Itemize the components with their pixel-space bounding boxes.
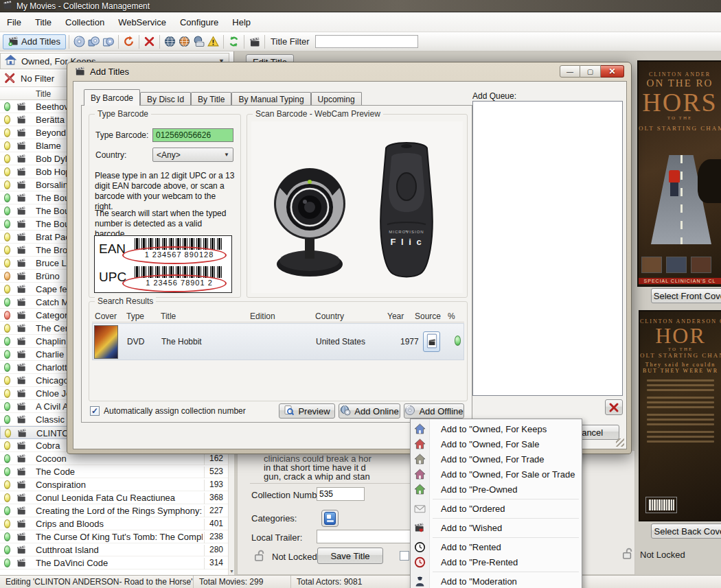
add-offline-button[interactable]: Add Offline	[404, 403, 464, 419]
tab-upcoming[interactable]: Upcoming	[311, 92, 362, 106]
webcam-preview-image: ⌁ MICROVISION F l i c	[251, 121, 463, 293]
clapper-icon	[16, 167, 26, 178]
minimize-button[interactable]: —	[560, 65, 580, 78]
sync-green-icon[interactable]	[227, 35, 240, 48]
tab-by-barcode[interactable]: By Barcode	[84, 89, 140, 106]
title-list-row[interactable]: The Code523	[0, 465, 228, 478]
add-queue-listbox[interactable]	[472, 101, 623, 396]
menu-item-house-pre-owned[interactable]: Add to "Pre-Owned	[411, 482, 582, 497]
web-dark-icon[interactable]	[163, 35, 176, 48]
column-header-type[interactable]: Type	[126, 311, 144, 321]
window-titlebar[interactable]: My Movies - Collection Management	[0, 0, 721, 12]
menu-item-house-sale[interactable]: Add to "Owned, For Sale	[411, 436, 582, 451]
menu-item-label: Add to "Wished	[441, 523, 502, 533]
house-sale-icon	[414, 438, 426, 450]
disc-save-icon[interactable]	[87, 35, 100, 48]
result-row[interactable]: DVD The Hobbit United States 1977	[92, 323, 464, 360]
title-list-row[interactable]: Crips and Bloods401	[0, 517, 228, 530]
title-list-row[interactable]: Cutthroat Island280	[0, 543, 228, 556]
column-header-country[interactable]: Country	[315, 311, 344, 321]
status-indicator	[4, 467, 10, 476]
maximize-button[interactable]: ▢	[580, 65, 601, 78]
edit-clapper-icon[interactable]	[248, 35, 261, 48]
select-back-cover-button[interactable]: Select Back Cover	[651, 524, 721, 539]
filter-label: No Filter	[21, 73, 54, 84]
add-titles-button[interactable]: Add Titles	[3, 34, 66, 49]
title-list-row[interactable]: The DaVinci Code314	[0, 556, 228, 569]
checkbox-checked-icon[interactable]: ✓	[90, 406, 100, 416]
disc-online-icon[interactable]	[73, 35, 86, 48]
status-indicator	[4, 493, 10, 502]
collection-number-input[interactable]	[317, 487, 365, 501]
tab-by-title[interactable]: By Title	[191, 92, 231, 106]
save-title-button[interactable]: Save Title	[317, 548, 383, 564]
group-label: Type Barcode	[95, 109, 151, 119]
menu-item-person[interactable]: Add to "Moderation	[411, 574, 582, 588]
collection-number-cell: 193	[204, 480, 225, 491]
column-header-edition[interactable]: Edition	[250, 311, 275, 321]
title-filter-input[interactable]	[315, 35, 418, 48]
barcode-input[interactable]	[152, 128, 233, 142]
column-header-title[interactable]: Title	[161, 311, 176, 321]
dialog-clapper-icon	[75, 66, 85, 78]
not-locked-label: Not Locked	[640, 550, 685, 560]
auto-assign-checkbox-row[interactable]: ✓ Automatically assign collection number	[90, 406, 246, 416]
menu-file[interactable]: File	[0, 14, 28, 30]
resize-grip[interactable]	[616, 438, 624, 447]
warning-icon[interactable]	[207, 35, 220, 48]
tab-by-manual-typing[interactable]: By Manual Typing	[231, 92, 310, 106]
menu-webservice[interactable]: WebService	[111, 14, 173, 30]
tab-by-disc-id[interactable]: By Disc Id	[140, 92, 191, 106]
collection-number-cell: 314	[204, 558, 225, 569]
back-cover-image[interactable]: CLINTON ANDERSON ON HOR TO THE OLT START…	[639, 310, 721, 521]
web-print-icon[interactable]	[192, 35, 205, 48]
add-online-label: Add Online	[354, 406, 398, 416]
result-year: 1977	[400, 337, 419, 346]
clapper-icon	[16, 414, 26, 426]
disc-box-icon[interactable]	[102, 35, 115, 48]
delete-x-icon[interactable]	[143, 35, 156, 48]
title-list-row[interactable]: The Curse Of King Tut's Tomb: The Comple…	[0, 530, 228, 543]
status-segment: Total Actors: 9081	[291, 576, 412, 588]
results-header-row[interactable]: CoverTypeTitleEditionCountryYearSource%	[92, 310, 464, 322]
menu-item-envelope[interactable]: Add to "Ordered	[411, 501, 582, 516]
front-cover-image[interactable]: CLINTON ANDER ON THE RO HORS TO THE OLT …	[637, 60, 721, 287]
menu-item-clapper-heart[interactable]: Add to "Wished	[411, 520, 582, 535]
disc-icon	[404, 405, 415, 418]
description-text: gun, crack a whip and stan	[264, 471, 370, 482]
clear-queue-button[interactable]	[605, 399, 623, 415]
title-list-row[interactable]: Conul Leonida Fata Cu Reactiunea368	[0, 491, 228, 504]
menu-help[interactable]: Help	[225, 14, 258, 30]
menu-configure[interactable]: Configure	[173, 14, 225, 30]
toolbar-separator	[69, 35, 69, 49]
refresh-orange-icon[interactable]	[122, 35, 135, 48]
web-orange-icon[interactable]	[178, 35, 191, 48]
menu-item-clock[interactable]: Add to "Rented	[411, 539, 582, 554]
close-button[interactable]: ✕	[601, 65, 624, 78]
title-list-row[interactable]: Creating the Lord of the Rings Symphony:…	[0, 504, 228, 517]
menu-item-house-trade[interactable]: Add to "Owned, For Trade	[411, 451, 582, 467]
dialog-titlebar[interactable]: Add Titles — ▢ ✕	[67, 62, 631, 81]
form-checkbox[interactable]	[400, 551, 409, 561]
preview-button[interactable]: Preview	[279, 403, 335, 419]
categories-button[interactable]	[321, 510, 339, 527]
column-header-cover[interactable]: Cover	[95, 311, 117, 321]
column-header-pct[interactable]: %	[448, 311, 455, 321]
menu-item-house-keeps[interactable]: Add to "Owned, For Keeps	[411, 421, 582, 436]
title-list-row[interactable]: Conspiration193	[0, 478, 228, 491]
scroll-down-arrow[interactable]: ▼	[229, 569, 235, 574]
menu-item-clock-red[interactable]: Add to "Pre-Rented	[411, 554, 582, 569]
menu-title[interactable]: Title	[28, 14, 58, 30]
result-country: United States	[316, 337, 365, 346]
column-header-source[interactable]: Source	[415, 311, 441, 321]
local-trailer-label: Local Trailer:	[251, 532, 302, 543]
column-header-year[interactable]: Year	[387, 311, 404, 321]
house-pre-owned-icon	[414, 484, 426, 495]
menu-collection[interactable]: Collection	[58, 14, 111, 30]
add-online-button[interactable]: Add Online	[339, 403, 400, 419]
title-cell: Crips and Bloods	[36, 519, 203, 529]
country-dropdown[interactable]: <Any> ▼	[152, 148, 233, 162]
clapper-heart-icon	[414, 522, 426, 534]
menu-item-house-sale-trade[interactable]: Add to "Owned, For Sale or Trade	[411, 467, 582, 482]
select-front-cover-button[interactable]: Select Front Cover	[651, 288, 721, 303]
